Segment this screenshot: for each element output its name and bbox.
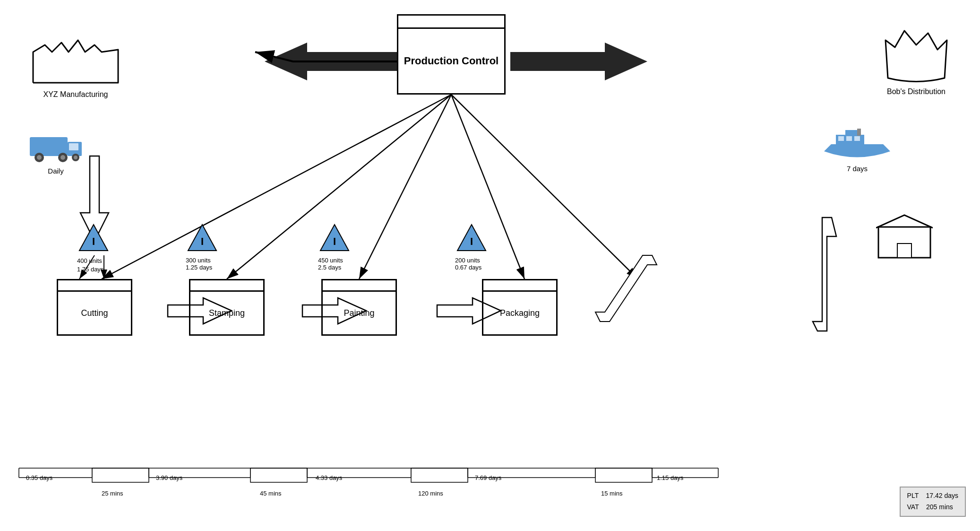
painting-box: Painting [321,279,397,336]
vat-row: VAT 205 mins [907,502,958,513]
svg-text:I: I [92,235,95,247]
svg-rect-50 [846,136,852,141]
svg-rect-29 [411,468,468,482]
tl-gap-2: 4.33 days [316,474,342,481]
vat-value: 205 mins [926,503,953,511]
svg-line-5 [102,95,451,279]
tl-process-4: 15 mins [601,490,623,497]
diagram-container: Production Control XYZ Manufacturing Bob… [0,0,980,531]
svg-rect-51 [854,136,860,141]
inv2-days: 1.25 days [186,264,212,271]
plt-value: 17.42 days [926,492,959,499]
svg-marker-4 [510,43,647,80]
plt-label: PLT [907,492,919,499]
inv3-units: 450 units [318,257,343,264]
painting-body: Painting [323,292,395,334]
inv4-days: 0.67 days [455,264,481,271]
svg-marker-16 [595,255,657,322]
svg-text:I: I [201,235,204,247]
ship-icon: 7 days [822,128,893,173]
svg-text:I: I [470,235,473,247]
stamping-header [190,280,263,292]
tl-gap-1: 3.90 days [156,474,182,481]
stamping-box: Stamping [189,279,265,336]
production-control-box: Production Control [397,14,506,95]
svg-rect-54 [897,244,911,258]
tl-process-2: 45 mins [260,490,282,497]
packaging-box: Packaging [482,279,558,336]
inventory-triangle-4: I 200 units 0.67 days [455,222,488,271]
svg-point-42 [37,155,42,160]
painting-label: Painting [344,308,374,318]
svg-rect-48 [845,130,857,136]
packaging-header [483,280,556,292]
svg-point-46 [74,156,77,159]
inv2-units: 300 units [186,257,211,264]
vat-label: VAT [907,503,919,511]
xyz-label: XYZ Manufacturing [28,90,123,100]
svg-rect-33 [595,468,652,482]
truck-label: Daily [27,167,84,175]
warehouse-icon [876,213,933,262]
plt-row: PLT 17.42 days [907,490,958,502]
inventory-triangle-3: I 450 units 2.5 days [318,222,351,271]
cutting-body: Cutting [58,292,131,334]
cutting-header [58,280,131,292]
inv4-units: 200 units [455,257,480,264]
inv1-units: 400 units [77,257,102,264]
svg-text:I: I [333,235,336,247]
stamping-label: Stamping [209,308,245,318]
production-control-label: Production Control [404,55,499,67]
tl-gap-4: 1.15 days [657,474,683,481]
svg-marker-3 [265,43,397,80]
bobs-label: Bob's Distribution [878,87,954,97]
svg-point-44 [60,155,65,160]
production-control-body: Production Control [398,29,504,93]
cutting-box: Cutting [57,279,132,336]
xyz-manufacturing: XYZ Manufacturing [28,26,123,100]
inv1-days: 1.75 days [77,266,103,273]
packaging-label: Packaging [500,308,540,318]
inv3-days: 2.5 days [318,264,341,271]
bobs-distribution: Bob's Distribution [878,17,954,97]
stamping-body: Stamping [190,292,263,334]
tl-process-3: 120 mins [418,490,443,497]
packaging-body: Packaging [483,292,556,334]
ship-label: 7 days [822,165,893,173]
painting-header [323,280,395,292]
svg-rect-52 [857,129,861,136]
plt-vat-box: PLT 17.42 days VAT 205 mins [900,487,966,517]
tl-gap-0: 0.35 days [26,474,52,481]
production-control-header [398,16,504,29]
svg-rect-40 [69,143,78,150]
svg-line-7 [359,95,451,279]
svg-rect-25 [250,468,307,482]
tl-gap-3: 7.69 days [475,474,501,481]
svg-marker-17 [813,218,836,331]
tl-process-1: 25 mins [102,490,123,497]
inventory-triangle-2: I 300 units 1.25 days [186,222,219,271]
svg-rect-49 [838,136,844,141]
svg-rect-21 [92,468,149,482]
truck-icon: Daily [27,132,84,175]
inventory-triangle-1: I 400 units 1.75 days [77,222,110,274]
cutting-label: Cutting [81,308,108,318]
